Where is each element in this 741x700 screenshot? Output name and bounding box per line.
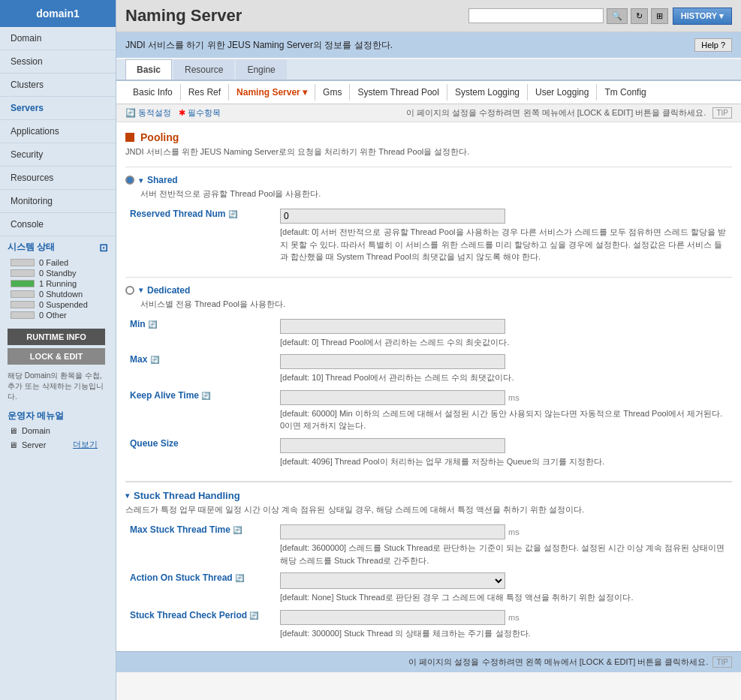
status-row-running: 1 Running [11,279,108,288]
sidebar-nav-session[interactable]: Session [0,50,116,74]
tab-basic[interactable]: Basic [125,59,172,80]
refresh-button[interactable]: ↻ [631,8,648,24]
sidebar-nav-security[interactable]: Security [0,143,116,167]
dedicated-label: Dedicated [147,285,190,296]
sidebar-nav-clusters[interactable]: Clusters [0,74,116,97]
max-stuck-unit: ms [508,527,520,536]
keep-alive-unit: ms [508,393,520,402]
admin-menu-server[interactable]: 🖥 Server [9,438,55,452]
shared-desc: 서버 전반적으로 공유할 Thread Pool을 사용한다. [125,188,732,200]
pooling-section-header: Pooling [125,131,732,143]
domain-menu-icon: 🖥 [9,426,17,435]
sub-nav-system-thread-pool[interactable]: System Thread Pool [350,84,447,101]
keep-alive-time-input[interactable] [280,390,505,405]
sub-nav-basic-info[interactable]: Basic Info [125,84,181,101]
max-reset-icon[interactable]: 🔄 [150,356,159,364]
admin-menu-title: 운영자 메뉴얼 [0,405,116,424]
page-title: Naming Server [125,6,242,26]
sidebar-nav-console[interactable]: Console [0,213,116,236]
queue-size-label: Queue Size [125,435,276,471]
action-on-stuck-thread-label: Action On Stuck Thread 🔄 [125,569,276,607]
search-input[interactable] [468,8,604,23]
main-tab-bar: Basic Resource Engine [116,59,741,81]
reserved-thread-reset-icon[interactable]: 🔄 [228,210,237,218]
sub-nav-tm-config[interactable]: Tm Config [597,84,653,101]
sidebar-nav-domain[interactable]: Domain [0,27,116,50]
min-label: Min 🔄 [125,316,276,352]
stuck-thread-desc: 스레드가 특정 업무 때문에 일정 시간 이상 계속 점유된 상태일 경우, 해… [125,504,732,515]
required-icon: ✱ [179,108,185,118]
stuck-thread-header: ▾ Stuck Thread Handling [125,490,732,501]
help-button[interactable]: Help ? [694,38,732,52]
max-stuck-thread-time-input[interactable] [280,524,505,539]
shared-collapse-arrow[interactable]: ▾ [139,176,143,185]
min-input[interactable] [280,319,505,334]
tab-engine[interactable]: Engine [236,59,286,80]
search-button[interactable]: 🔍 [607,8,628,24]
sidebar-nav-servers[interactable]: Servers [0,97,116,120]
keep-alive-reset-icon[interactable]: 🔄 [201,392,210,400]
max-stuck-reset-icon[interactable]: 🔄 [233,526,242,534]
admin-menu-domain[interactable]: 🖥 Domain [0,424,116,437]
sidebar-nav-resources[interactable]: Resources [0,167,116,190]
register-link[interactable]: 🔄 동적설정 [125,107,171,119]
stuck-thread-check-period-input[interactable] [280,610,505,625]
status-toggle-icon[interactable]: ⊡ [99,242,108,254]
sub-nav-system-logging[interactable]: System Logging [447,84,528,101]
tab-resource[interactable]: Resource [173,59,234,80]
status-row-failed: 0 Failed [11,258,108,267]
history-button[interactable]: HISTORY ▾ [673,8,732,25]
reserved-thread-num-hint: [default: 0] 서버 전반적으로 공유할 Thread Pool을 사… [280,226,727,263]
action-stuck-reset-icon[interactable]: 🔄 [235,574,244,582]
action-on-stuck-thread-hint: [default: None] Stuck Thread로 판단된 경우 그 스… [280,591,727,604]
pooling-section-desc: JNDI 서비스를 위한 JEUS Naming Server로의 요청을 처리… [125,146,732,158]
sidebar-nav-applications[interactable]: Applications [0,120,116,143]
shared-radio[interactable] [125,176,134,185]
dedicated-desc: 서비스별 전용 Thread Pool을 사용한다. [125,299,732,310]
sub-nav-gms[interactable]: Gms [315,84,350,101]
sidebar-logo: domain1 [0,0,116,27]
min-hint: [default: 0] Thread Pool에서 관리하는 스레드 수의 최… [280,336,727,349]
status-row-shutdown: 0 Shutdown [11,290,108,299]
pooling-icon [125,133,134,142]
admin-menu-more[interactable]: 더보기 [64,437,107,452]
dedicated-collapse-arrow[interactable]: ▾ [139,286,143,294]
sidebar-nav-monitoring[interactable]: Monitoring [0,190,116,213]
status-row-suspended: 0 Suspended [11,300,108,309]
required-link[interactable]: ✱ 필수항목 [179,107,221,119]
max-stuck-thread-time-hint: [default: 3600000] 스레드를 Stuck Thread로 판단… [280,542,727,566]
queue-size-input[interactable] [280,438,505,453]
runtime-info-button[interactable]: RUNTIME INFO [8,329,105,345]
action-on-stuck-thread-select[interactable]: None Interrupt [280,572,505,589]
max-input[interactable] [280,354,505,369]
shared-label: Shared [147,175,178,185]
keep-alive-hint: [default: 60000] Min 이하의 스레드에 대해서 설정된 시간… [280,407,727,432]
stuck-thread-check-period-label: Stuck Thread Check Period 🔄 [125,607,276,643]
max-hint: [default: 10] Thread Pool에서 관리하는 스레드 수의 … [280,371,727,384]
reserved-thread-num-input[interactable] [280,209,505,224]
tip-badge: TIP [712,107,732,119]
status-row-other: 0 Other [11,311,108,320]
keep-alive-time-label: Keep Alive Time 🔄 [125,387,276,435]
sub-nav-naming-server[interactable]: Naming Server [229,84,315,101]
register-icon: 🔄 [125,108,136,118]
max-label: Max 🔄 [125,351,276,387]
status-row-standby: 0 Standby [11,269,108,278]
bookmark-button[interactable]: ⊞ [651,8,668,24]
system-status-title: 시스템 상태 ⊡ [8,241,108,254]
sub-nav-res-ref[interactable]: Res Ref [181,84,229,101]
stuck-period-reset-icon[interactable]: 🔄 [249,611,258,620]
dedicated-radio[interactable] [125,286,134,295]
max-stuck-thread-time-label: Max Stuck Thread Time 🔄 [125,521,276,569]
info-bar-text: JNDI 서비스를 하기 위한 JEUS Naming Server의 정보를 … [125,39,393,52]
sidebar-note: 해당 Domain의 환목을 수첩, 추가 또는 삭제하는 기능입니다. [0,368,116,405]
lock-edit-button[interactable]: LOCK & EDIT [8,348,105,365]
action-bar-tip: 이 페이지의 설정을 수정하려면 왼쪽 메뉴에서 [LOCK & EDIT] 버… [406,107,732,119]
server-menu-icon: 🖥 [9,440,17,449]
min-reset-icon[interactable]: 🔄 [148,320,157,329]
reserved-thread-num-label: Reserved Thread Num 🔄 [125,206,276,266]
stuck-thread-collapse-arrow[interactable]: ▾ [125,491,129,500]
stuck-period-unit: ms [508,613,520,622]
sub-nav-bar: Basic Info Res Ref Naming Server Gms Sys… [116,81,741,104]
sub-nav-user-logging[interactable]: User Logging [528,84,597,101]
